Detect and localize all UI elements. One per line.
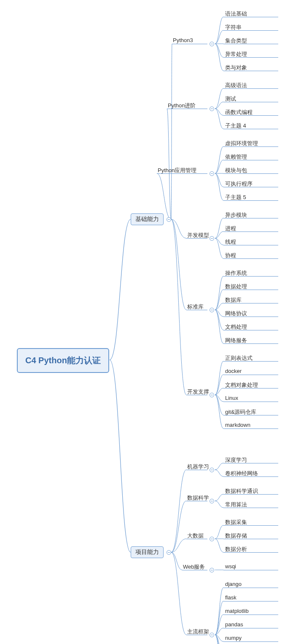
sub-node: Python3 — [173, 37, 193, 43]
collapse-toggle[interactable] — [210, 171, 214, 176]
collapse-toggle[interactable] — [210, 633, 214, 637]
branch-node: 基础能力 — [131, 213, 164, 225]
collapse-toggle[interactable] — [210, 393, 214, 397]
collapse-toggle[interactable] — [210, 106, 214, 111]
leaf-node: django — [225, 581, 242, 587]
collapse-toggle[interactable] — [210, 568, 214, 572]
collapse-toggle[interactable] — [210, 308, 214, 312]
collapse-toggle[interactable] — [210, 236, 214, 241]
collapse-toggle[interactable] — [210, 499, 214, 503]
leaf-node: Linux — [225, 395, 238, 401]
root-node: C4 Python能力认证 — [17, 348, 109, 373]
collapse-toggle[interactable] — [210, 468, 214, 472]
collapse-toggle[interactable] — [167, 550, 171, 555]
collapse-toggle[interactable] — [167, 217, 171, 222]
leaf-node: wsqi — [225, 563, 236, 569]
branch-node: 项目能力 — [131, 546, 164, 558]
leaf-node: docker — [225, 368, 242, 374]
collapse-toggle[interactable] — [210, 42, 214, 46]
collapse-toggle[interactable] — [210, 537, 214, 541]
leaf-node: numpy — [225, 635, 242, 641]
leaf-node: matplotlib — [225, 608, 249, 614]
leaf-node: markdown — [225, 422, 250, 428]
leaf-node: flask — [225, 594, 237, 601]
leaf-node: pandas — [225, 621, 243, 628]
